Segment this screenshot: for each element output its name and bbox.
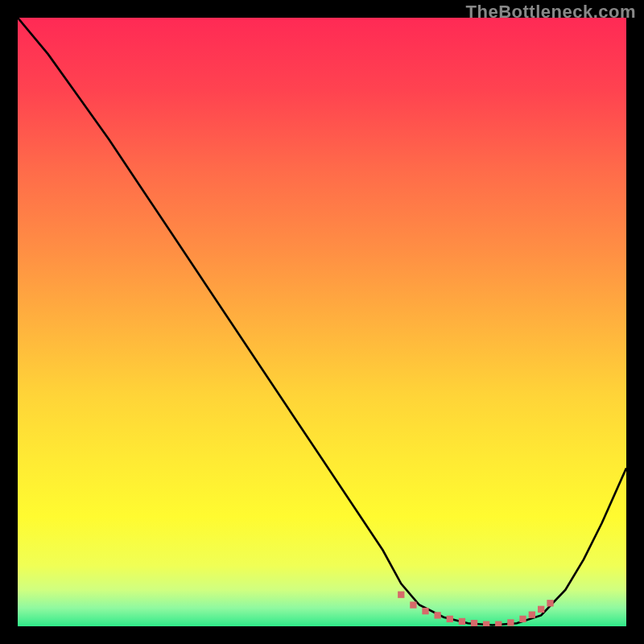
sweet-spot-dot <box>529 611 535 617</box>
sweet-spot-dot <box>519 616 526 622</box>
sweet-spot-dot <box>434 612 440 618</box>
sweet-spot-dot <box>410 601 416 608</box>
sweet-spot-dot <box>447 616 453 622</box>
sweet-spot-dots <box>398 592 554 626</box>
sweet-spot-dot <box>483 621 489 626</box>
sweet-spot-dot <box>538 606 544 613</box>
sweet-spot-dot <box>495 621 502 626</box>
sweet-spot-dot <box>471 620 477 626</box>
sweet-spot-dot <box>422 608 428 614</box>
watermark-text: TheBottleneck.com <box>466 2 636 23</box>
bottleneck-curve-path <box>18 18 626 625</box>
sweet-spot-dot <box>507 619 514 625</box>
sweet-spot-dot <box>459 618 465 625</box>
chart-plot-area <box>18 18 626 626</box>
chart-curves <box>18 18 626 626</box>
sweet-spot-dot <box>398 592 404 598</box>
sweet-spot-dot <box>547 600 553 606</box>
